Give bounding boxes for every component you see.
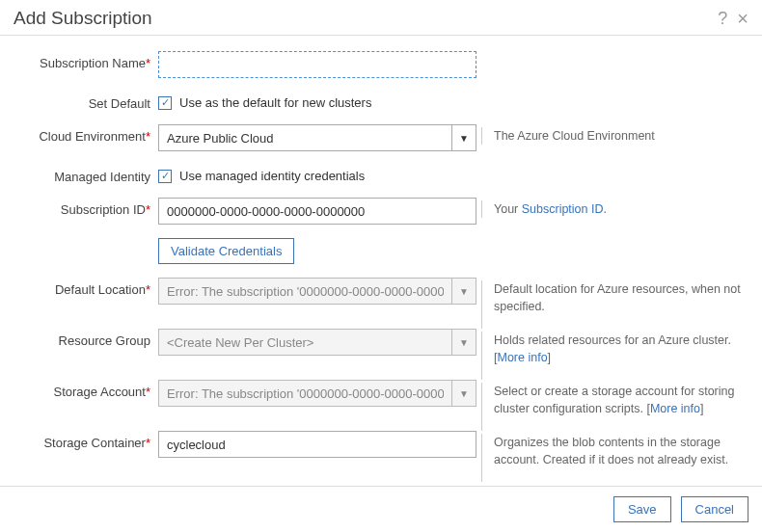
default-location-select[interactable]: ▼ xyxy=(158,278,476,305)
row-storage-container: Storage Container* Organizes the blob co… xyxy=(14,431,748,468)
row-cloud-environment: Cloud Environment* ▼ The Azure Cloud Env… xyxy=(14,124,748,151)
chevron-down-icon[interactable]: ▼ xyxy=(451,329,476,356)
help-icon[interactable]: ? xyxy=(718,10,727,27)
row-validate: Validate Credentials xyxy=(14,238,748,264)
chevron-down-icon[interactable]: ▼ xyxy=(451,124,476,151)
label-managed-identity: Managed Identity xyxy=(14,165,158,184)
chevron-down-icon[interactable]: ▼ xyxy=(451,380,476,407)
header-icons: ? × xyxy=(718,9,748,28)
help-storage-container: Organizes the blob contents in the stora… xyxy=(476,431,748,468)
resource-group-more-info-link[interactable]: More info xyxy=(497,351,547,364)
help-storage-account: Select or create a storage account for s… xyxy=(476,380,748,417)
chevron-down-icon[interactable]: ▼ xyxy=(451,278,476,305)
row-managed-identity: Managed Identity ✓ Use managed identity … xyxy=(14,165,748,184)
help-default-location: Default location for Azure resources, wh… xyxy=(476,278,748,315)
cloud-environment-input[interactable] xyxy=(158,124,451,151)
help-resource-group: Holds related resources for an Azure clu… xyxy=(476,329,748,366)
set-default-checkbox[interactable]: ✓ Use as the default for new clusters xyxy=(158,92,371,110)
subscription-id-link[interactable]: Subscription ID xyxy=(522,202,604,216)
dialog-title: Add Subscription xyxy=(14,8,152,29)
storage-account-more-info-link[interactable]: More info xyxy=(650,402,700,415)
storage-account-input[interactable] xyxy=(158,380,451,407)
label-resource-group: Resource Group xyxy=(14,329,158,348)
label-storage-container: Storage Container* xyxy=(14,431,158,450)
dialog-body: Subscription Name* Set Default ✓ Use as … xyxy=(0,36,762,486)
help-cloud-environment: The Azure Cloud Environment xyxy=(476,124,748,146)
row-subscription-id: Subscription ID* Your Subscription ID. xyxy=(14,198,748,225)
resource-group-select[interactable]: ▼ xyxy=(158,329,476,356)
label-cloud-environment: Cloud Environment* xyxy=(14,124,158,144)
dialog-header: Add Subscription ? × xyxy=(0,0,762,36)
row-default-location: Default Location* ▼ Default location for… xyxy=(14,278,748,315)
label-subscription-name: Subscription Name* xyxy=(14,51,158,70)
storage-container-input[interactable] xyxy=(158,431,476,458)
save-button[interactable]: Save xyxy=(613,496,671,522)
row-subscription-name: Subscription Name* xyxy=(14,51,748,78)
resource-group-input[interactable] xyxy=(158,329,451,356)
label-set-default: Set Default xyxy=(14,92,158,111)
subscription-name-input[interactable] xyxy=(158,51,476,78)
managed-identity-checkbox[interactable]: ✓ Use managed identity credentials xyxy=(158,165,365,183)
subscription-id-input[interactable] xyxy=(158,198,476,225)
label-subscription-id: Subscription ID* xyxy=(14,198,158,217)
set-default-checkbox-label: Use as the default for new clusters xyxy=(179,95,371,110)
dialog-footer: Save Cancel xyxy=(0,486,762,532)
row-storage-account: Storage Account* ▼ Select or create a st… xyxy=(14,380,748,417)
close-icon[interactable]: × xyxy=(737,9,748,28)
storage-account-select[interactable]: ▼ xyxy=(158,380,476,407)
label-storage-account: Storage Account* xyxy=(14,380,158,399)
cloud-environment-select[interactable]: ▼ xyxy=(158,124,476,151)
row-set-default: Set Default ✓ Use as the default for new… xyxy=(14,92,748,111)
managed-identity-checkbox-label: Use managed identity credentials xyxy=(179,169,365,183)
add-subscription-dialog: Add Subscription ? × Subscription Name* … xyxy=(0,0,762,532)
checkmark-icon: ✓ xyxy=(158,170,172,183)
label-default-location: Default Location* xyxy=(14,278,158,297)
checkmark-icon: ✓ xyxy=(158,96,172,110)
cancel-button[interactable]: Cancel xyxy=(681,496,748,522)
validate-credentials-button[interactable]: Validate Credentials xyxy=(158,238,294,264)
default-location-input[interactable] xyxy=(158,278,451,305)
help-subscription-id: Your Subscription ID. xyxy=(476,198,748,219)
row-resource-group: Resource Group ▼ Holds related resources… xyxy=(14,329,748,366)
